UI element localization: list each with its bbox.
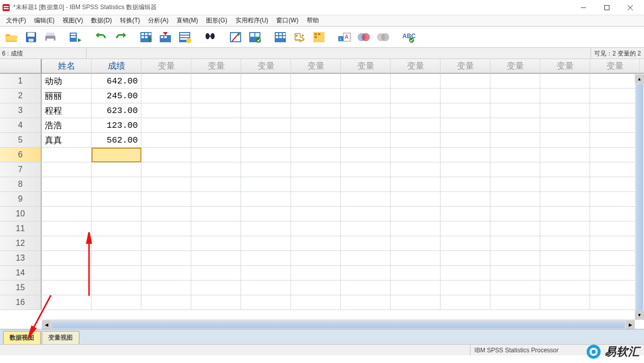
empty-cell[interactable] (540, 133, 590, 148)
empty-cell[interactable] (540, 281, 590, 295)
scroll-right-icon[interactable]: ▶ (626, 321, 635, 329)
empty-cell[interactable] (590, 177, 640, 192)
empty-cell[interactable] (241, 192, 291, 207)
empty-cell[interactable] (490, 162, 540, 177)
empty-cell[interactable] (42, 236, 92, 251)
empty-cell[interactable] (291, 89, 341, 103)
row-header[interactable]: 10 (0, 207, 42, 221)
split-file-icon[interactable] (227, 29, 244, 46)
empty-cell[interactable] (441, 281, 490, 295)
empty-cell[interactable] (341, 118, 391, 133)
empty-cell[interactable] (92, 236, 141, 251)
empty-cell[interactable] (490, 103, 540, 118)
empty-cell[interactable] (241, 148, 291, 162)
empty-cell[interactable] (540, 295, 590, 310)
empty-cell[interactable] (291, 295, 341, 310)
empty-cell[interactable] (291, 192, 341, 207)
goto-variable-icon[interactable] (157, 29, 174, 46)
empty-cell[interactable] (241, 281, 291, 295)
empty-cell[interactable] (441, 89, 490, 103)
empty-cell[interactable] (490, 74, 540, 89)
empty-cell[interactable] (490, 192, 540, 207)
empty-cell[interactable] (241, 74, 291, 89)
empty-cell[interactable] (341, 177, 391, 192)
selected-cell[interactable] (92, 148, 141, 162)
data-cell[interactable]: 真真 (42, 133, 92, 148)
empty-cell[interactable] (291, 236, 341, 251)
empty-cell[interactable] (391, 192, 441, 207)
empty-cell[interactable] (391, 133, 441, 148)
empty-cell[interactable] (291, 148, 341, 162)
column-header-empty[interactable]: 变量 (241, 59, 291, 74)
empty-cell[interactable] (42, 266, 92, 281)
empty-cell[interactable] (590, 74, 640, 89)
empty-cell[interactable] (291, 74, 341, 89)
vscroll-thumb[interactable] (636, 84, 643, 318)
column-header-empty[interactable]: 变量 (191, 59, 241, 74)
empty-cell[interactable] (341, 207, 391, 221)
empty-cell[interactable] (191, 148, 241, 162)
empty-cell[interactable] (441, 207, 490, 221)
column-header-empty[interactable]: 变量 (540, 59, 590, 74)
empty-cell[interactable] (191, 162, 241, 177)
empty-cell[interactable] (291, 221, 341, 236)
empty-cell[interactable] (291, 133, 341, 148)
empty-cell[interactable] (92, 162, 141, 177)
data-cell[interactable]: 动动 (42, 74, 92, 89)
empty-cell[interactable] (341, 295, 391, 310)
empty-cell[interactable] (141, 251, 191, 266)
empty-cell[interactable] (490, 148, 540, 162)
empty-cell[interactable] (241, 133, 291, 148)
empty-cell[interactable] (490, 236, 540, 251)
empty-cell[interactable] (540, 89, 590, 103)
empty-cell[interactable] (191, 221, 241, 236)
row-header[interactable]: 14 (0, 266, 42, 281)
row-header[interactable]: 3 (0, 103, 42, 118)
empty-cell[interactable] (490, 251, 540, 266)
scroll-down-icon[interactable]: ▼ (635, 311, 644, 320)
recall-dialog-icon[interactable] (67, 29, 84, 46)
empty-cell[interactable] (241, 207, 291, 221)
empty-cell[interactable] (590, 266, 640, 281)
column-header-empty[interactable]: 变量 (291, 59, 341, 74)
empty-cell[interactable] (341, 266, 391, 281)
empty-cell[interactable] (42, 251, 92, 266)
empty-cell[interactable] (141, 192, 191, 207)
menu-window[interactable]: 窗口(W) (272, 15, 302, 26)
empty-cell[interactable] (92, 177, 141, 192)
data-cell[interactable]: 623.00 (92, 103, 141, 118)
menu-data[interactable]: 数据(D) (87, 15, 116, 26)
row-header[interactable]: 15 (0, 281, 42, 295)
empty-cell[interactable] (490, 295, 540, 310)
data-cell[interactable]: 浩浩 (42, 118, 92, 133)
empty-cell[interactable] (590, 148, 640, 162)
empty-cell[interactable] (490, 133, 540, 148)
empty-cell[interactable] (191, 295, 241, 310)
empty-cell[interactable] (391, 221, 441, 236)
column-header-empty[interactable]: 变量 (341, 59, 391, 74)
empty-cell[interactable] (291, 118, 341, 133)
scroll-up-icon[interactable]: ▲ (635, 74, 644, 83)
empty-cell[interactable] (141, 118, 191, 133)
empty-cell[interactable] (391, 281, 441, 295)
empty-cell[interactable] (441, 236, 490, 251)
data-cell[interactable]: 562.00 (92, 133, 141, 148)
empty-cell[interactable] (191, 251, 241, 266)
empty-cell[interactable] (540, 74, 590, 89)
empty-cell[interactable] (441, 74, 490, 89)
empty-cell[interactable] (141, 162, 191, 177)
empty-cell[interactable] (241, 266, 291, 281)
empty-cell[interactable] (92, 221, 141, 236)
empty-cell[interactable] (441, 221, 490, 236)
empty-cell[interactable] (590, 103, 640, 118)
empty-cell[interactable] (191, 103, 241, 118)
empty-cell[interactable] (42, 221, 92, 236)
empty-cell[interactable] (341, 103, 391, 118)
empty-cell[interactable] (92, 251, 141, 266)
empty-cell[interactable] (441, 133, 490, 148)
empty-cell[interactable] (441, 251, 490, 266)
use-sets-icon[interactable] (310, 29, 328, 46)
empty-cell[interactable] (540, 207, 590, 221)
empty-cell[interactable] (141, 148, 191, 162)
empty-cell[interactable] (241, 295, 291, 310)
